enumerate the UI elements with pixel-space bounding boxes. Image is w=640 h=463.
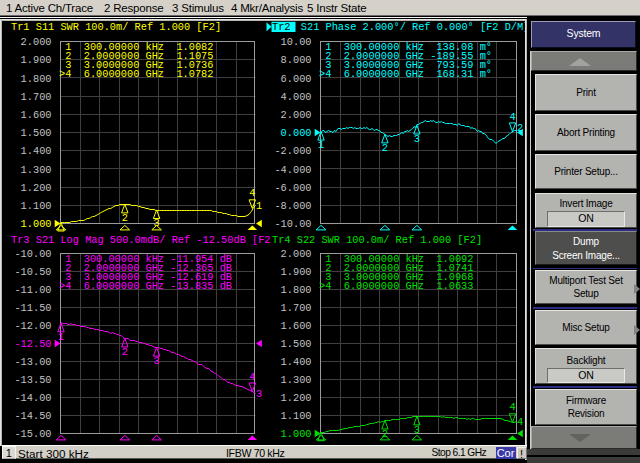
svg-text:-10.50: -10.50 [14,266,51,278]
svg-text:1.300: 1.300 [21,164,52,176]
svg-text:>4 6.0000000 GHz 168.31 m°: >4 6.0000000 GHz 168.31 m° [319,68,492,80]
svg-text:-8.000: -8.000 [274,200,311,212]
svg-text:1.000: 1.000 [21,218,52,230]
svg-text:2: 2 [122,346,128,358]
svg-text:0.000: 0.000 [281,127,312,139]
svg-text:1.200: 1.200 [21,182,52,194]
svg-text:4: 4 [509,111,515,123]
svg-text:2.000: 2.000 [21,36,52,48]
svg-text:10.00: 10.00 [281,36,312,48]
svg-text:4.000: 4.000 [281,91,312,103]
svg-text:2.000: 2.000 [281,248,312,260]
svg-text:1.500: 1.500 [281,338,312,350]
svg-text:>4 6.0000000 GHz 1.0633: >4 6.0000000 GHz 1.0633 [319,280,473,292]
svg-text:1.700: 1.700 [21,91,52,103]
svg-text:2: 2 [382,142,388,154]
svg-text:-11.00: -11.00 [14,284,51,296]
svg-text:1.900: 1.900 [21,54,52,66]
svg-text:-12.00: -12.00 [14,320,51,332]
svg-text:-10.00: -10.00 [274,218,311,230]
svg-text:1.900: 1.900 [281,266,312,278]
svg-text:3: 3 [256,388,262,400]
svg-text:2: 2 [517,122,523,134]
svg-text:-11.50: -11.50 [14,302,51,314]
svg-text:-13.00: -13.00 [14,356,51,368]
svg-text:1: 1 [256,200,262,212]
svg-text:-4.000: -4.000 [274,164,311,176]
svg-text:1: 1 [318,139,324,151]
svg-text:4: 4 [517,416,523,428]
svg-text:2.000: 2.000 [281,109,312,121]
svg-text:-12.50: -12.50 [14,338,51,350]
svg-text:1.600: 1.600 [281,320,312,332]
svg-text:1.000: 1.000 [281,428,312,440]
svg-text:1.800: 1.800 [281,284,312,296]
svg-text:Tr2: Tr2 [272,21,291,33]
svg-text:1.200: 1.200 [281,392,312,404]
svg-text:1.400: 1.400 [21,145,52,157]
svg-text:>4 6.0000000 GHz 1.0782: >4 6.0000000 GHz 1.0782 [59,68,213,80]
svg-text:3: 3 [414,424,420,436]
svg-text:3: 3 [154,355,160,367]
svg-text:4: 4 [249,371,255,383]
svg-text:1.400: 1.400 [281,356,312,368]
svg-text:-2.000: -2.000 [274,145,311,157]
svg-text:-14.50: -14.50 [14,410,51,422]
svg-text:-13.50: -13.50 [14,374,51,386]
svg-text:1: 1 [58,331,64,343]
svg-text:-14.00: -14.00 [14,392,51,404]
svg-text:-15.00: -15.00 [14,428,51,440]
svg-text:-10.00: -10.00 [14,248,51,260]
svg-text:1.500: 1.500 [21,127,52,139]
svg-text:4: 4 [249,187,255,199]
svg-text:-6.000: -6.000 [274,182,311,194]
svg-text:1.100: 1.100 [21,200,52,212]
svg-text:4: 4 [509,401,515,413]
svg-text:1.600: 1.600 [21,109,52,121]
svg-text:Tr3 S21 Log Mag 500.0mdB/ Ref: Tr3 S21 Log Mag 500.0mdB/ Ref -12.50dB [… [11,234,271,246]
svg-text:Tr1 S11 SWR 100.0m/ Ref 1.000: Tr1 S11 SWR 100.0m/ Ref 1.000 [F2] [11,21,221,33]
svg-text:>4 6.0000000 GHz -13.835 dB: >4 6.0000000 GHz -13.835 dB [59,280,232,292]
svg-text:2: 2 [122,212,128,224]
svg-text:8.000: 8.000 [281,54,312,66]
svg-text:S21 Phase 2.000°/ Ref 0.000° [: S21 Phase 2.000°/ Ref 0.000° [F2 D/M] [295,21,530,33]
svg-text:1.100: 1.100 [281,410,312,422]
svg-text:Tr4 S22 SWR 100.0m/ Ref 1.000: Tr4 S22 SWR 100.0m/ Ref 1.000 [F2] [272,234,482,246]
svg-text:6.000: 6.000 [281,73,312,85]
svg-text:1.800: 1.800 [21,73,52,85]
svg-text:1.700: 1.700 [281,302,312,314]
svg-text:1.300: 1.300 [281,374,312,386]
svg-text:3: 3 [414,133,420,145]
